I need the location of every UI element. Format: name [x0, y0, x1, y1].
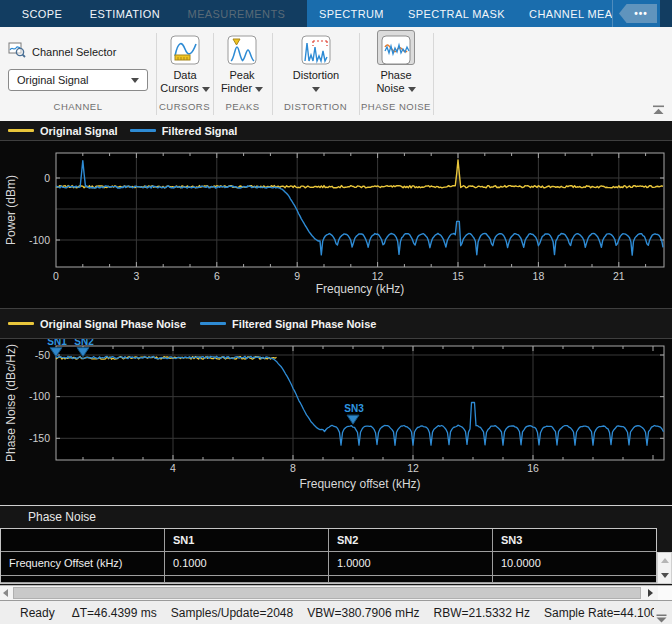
- table-cell-sn1[interactable]: 0.1000: [165, 552, 329, 576]
- chevron-down-icon: [255, 87, 263, 92]
- phase-noise-panel: -50-100-150481216Frequency offset (kHz)P…: [0, 339, 672, 505]
- tab-group-left: SCOPE ESTIMATION MEASUREMENTS: [0, 0, 307, 27]
- table-header-sn1: SN1: [165, 529, 329, 552]
- table-header-sn3: SN3: [493, 529, 656, 552]
- status-samples-per-update: Samples/Update=2048: [171, 606, 293, 620]
- data-cursors-label-2: Cursors: [160, 82, 199, 94]
- svg-text:SN3: SN3: [344, 403, 364, 414]
- distortion-label: Distortion: [284, 69, 348, 82]
- tab-spectrum[interactable]: SPECTRUM: [307, 0, 396, 27]
- tab-group-right: SPECTRUM SPECTRAL MASK CHANNEL MEA…: [307, 0, 612, 27]
- table-header-sn2: SN2: [329, 529, 493, 552]
- data-cursors-icon: [170, 35, 200, 69]
- toolstrip-tabbar: SCOPE ESTIMATION MEASUREMENTS SPECTRUM S…: [0, 0, 672, 27]
- distortion-button[interactable]: Distortion: [284, 35, 348, 95]
- scroll-left-arrow-icon[interactable]: [3, 589, 8, 597]
- svg-text:SN1: SN1: [47, 339, 67, 347]
- svg-text:-100: -100: [29, 234, 50, 246]
- phase-noise-button[interactable]: Phase Noise: [370, 35, 422, 95]
- phase-noise-label-2: Noise: [376, 82, 404, 94]
- horizontal-scrollbar-thumb[interactable]: [13, 587, 641, 599]
- section-label-distortion: DISTORTION: [272, 101, 359, 112]
- svg-text:9: 9: [294, 270, 300, 282]
- table-vertical-scrollbar[interactable]: [657, 552, 672, 584]
- phase-noise-plot[interactable]: -50-100-150481216Frequency offset (kHz)P…: [0, 339, 672, 505]
- scroll-down-arrow-icon[interactable]: [658, 568, 671, 583]
- legend-line-filtered-signal: [130, 129, 156, 132]
- table-title: Phase Noise: [28, 510, 96, 524]
- peak-finder-button[interactable]: Peak Finder: [216, 35, 268, 95]
- data-cursors-label-1: Data: [158, 69, 212, 82]
- scroll-right-arrow-icon[interactable]: [648, 589, 653, 597]
- spectrum-legend: Original Signal Filtered Signal: [0, 121, 672, 141]
- status-vbw: VBW=380.7906 mHz: [307, 606, 419, 620]
- svg-text:4: 4: [170, 462, 176, 474]
- legend-line-original-signal: [8, 129, 34, 132]
- svg-text:0: 0: [53, 270, 59, 282]
- legend-label-original-phase-noise[interactable]: Original Signal Phase Noise: [40, 318, 186, 330]
- scroll-up-arrow-icon[interactable]: [658, 553, 671, 568]
- chevron-down-icon: [202, 87, 210, 92]
- tab-scope[interactable]: SCOPE: [10, 0, 75, 27]
- table-partial-row: [1, 576, 165, 583]
- status-ready: Ready: [20, 606, 55, 620]
- power-spectrum-plot[interactable]: 0-100036912151821Frequency (kHz)Power (d…: [0, 141, 672, 308]
- legend-label-filtered-phase-noise[interactable]: Filtered Signal Phase Noise: [232, 318, 376, 330]
- phase-noise-legend: Original Signal Phase Noise Filtered Sig…: [0, 308, 672, 339]
- status-sample-rate: Sample Rate=44.1000 kHz: [544, 606, 654, 620]
- section-label-cursors: CURSORS: [156, 101, 213, 112]
- tabbar-overflow-area: •••: [612, 0, 660, 27]
- channel-selector-label: Channel Selector: [32, 46, 116, 58]
- svg-text:Power (dBm): Power (dBm): [4, 175, 18, 245]
- svg-text:-100: -100: [29, 390, 50, 402]
- legend-line-original-phase-noise: [8, 322, 34, 325]
- phase-noise-table: SN1 SN2 SN3 Frequency Offset (kHz) 0.100…: [0, 528, 657, 584]
- tab-overflow-button[interactable]: •••: [619, 4, 657, 23]
- toolstrip: Channel Selector Original Signal CHANNEL…: [0, 27, 672, 121]
- channel-selector-value: Original Signal: [17, 74, 89, 86]
- chevron-down-icon: [312, 87, 320, 92]
- svg-text:6: 6: [214, 270, 220, 282]
- peak-finder-icon: [227, 35, 257, 69]
- table-cell-sn2[interactable]: 1.0000: [329, 552, 493, 576]
- chevron-down-icon: [131, 78, 139, 83]
- legend-label-original-signal[interactable]: Original Signal: [40, 125, 118, 137]
- table-cell-sn3[interactable]: 10.0000: [493, 552, 656, 576]
- svg-text:SN2: SN2: [74, 339, 94, 347]
- status-rbw: RBW=21.5332 Hz: [434, 606, 530, 620]
- svg-text:Phase Noise (dBc/Hz): Phase Noise (dBc/Hz): [4, 344, 18, 462]
- svg-text:16: 16: [527, 462, 539, 474]
- svg-text:3: 3: [133, 270, 139, 282]
- section-label-peaks: PEAKS: [213, 101, 272, 112]
- data-cursors-button[interactable]: Data Cursors: [158, 35, 212, 95]
- table-header-blank: [1, 529, 165, 552]
- channel-selector-icon: [8, 42, 26, 62]
- peak-finder-label-2: Finder: [221, 82, 252, 94]
- horizontal-scrollbar[interactable]: [0, 585, 672, 600]
- svg-text:8: 8: [290, 462, 296, 474]
- channel-selector-dropdown[interactable]: Original Signal: [8, 69, 148, 91]
- power-spectrum-panel: 0-100036912151821Frequency (kHz)Power (d…: [0, 141, 672, 308]
- svg-text:18: 18: [533, 270, 545, 282]
- scrollbar-corner: [658, 586, 672, 600]
- tab-spectral-mask[interactable]: SPECTRAL MASK: [396, 0, 517, 27]
- minimize-statusbar-icon[interactable]: [656, 609, 667, 624]
- status-delta-t: ΔT=46.4399 ms: [72, 606, 157, 620]
- phase-noise-icon: [381, 35, 411, 69]
- legend-line-filtered-phase-noise: [200, 322, 226, 325]
- section-label-channel: CHANNEL: [0, 101, 156, 112]
- table-row-label: Frequency Offset (kHz): [1, 552, 165, 576]
- svg-text:12: 12: [372, 270, 384, 282]
- tab-measurements[interactable]: MEASUREMENTS: [176, 0, 298, 27]
- svg-text:0: 0: [44, 172, 50, 184]
- svg-text:-50: -50: [35, 349, 50, 361]
- svg-text:Frequency offset (kHz): Frequency offset (kHz): [299, 477, 420, 491]
- collapse-toolstrip-icon[interactable]: [652, 101, 665, 119]
- status-bar: Ready ΔT=46.4399 ms Samples/Update=2048 …: [0, 600, 672, 624]
- phase-noise-label-1: Phase: [370, 69, 422, 82]
- phase-noise-table-panel: Phase Noise SN1 SN2 SN3 Frequency Offset…: [0, 505, 672, 585]
- tab-estimation[interactable]: ESTIMATION: [78, 0, 172, 27]
- legend-label-filtered-signal[interactable]: Filtered Signal: [162, 125, 238, 137]
- svg-text:21: 21: [613, 270, 625, 282]
- distortion-icon: [301, 35, 331, 69]
